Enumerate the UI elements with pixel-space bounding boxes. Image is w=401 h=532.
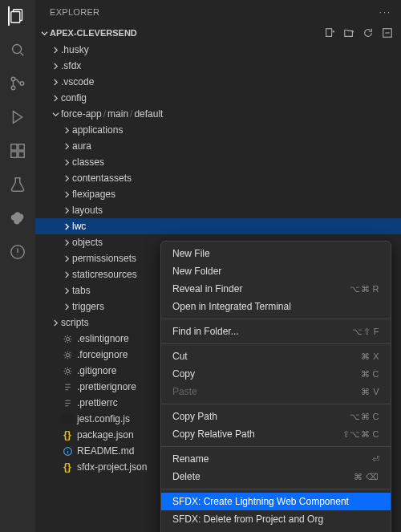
menu-item[interactable]: SFDX: Delete from Project and Org <box>161 510 391 528</box>
debug-run-icon[interactable] <box>8 108 27 127</box>
refresh-icon[interactable] <box>363 27 374 39</box>
menu-shortcut: ⌘ ⌫ <box>354 472 379 482</box>
svg-point-14 <box>66 353 69 356</box>
chevron-right-icon <box>50 79 61 86</box>
folder-row[interactable]: .vscode <box>35 74 401 90</box>
folder-row[interactable]: applications <box>35 122 401 138</box>
menu-item[interactable]: Find in Folder...⌥⇧ F <box>161 323 391 340</box>
menu-shortcut: ⏎ <box>372 454 380 465</box>
menu-item-label: Reveal in Finder <box>172 283 242 294</box>
folder-label: scripts <box>61 317 89 328</box>
menu-item[interactable]: New File <box>161 245 391 262</box>
svg-rect-7 <box>18 144 24 150</box>
folder-label: aura <box>72 140 91 152</box>
menu-shortcut: ⌥⌘ C <box>350 412 379 422</box>
menu-separator <box>161 404 391 404</box>
folder-label: flexipages <box>72 189 115 200</box>
menu-item-label: Rename <box>172 453 209 465</box>
chevron-right-icon <box>61 191 72 198</box>
folder-row[interactable]: lwc <box>35 218 401 234</box>
menu-item-label: New Folder <box>172 266 221 277</box>
file-label: .prettierignore <box>77 381 136 392</box>
svg-rect-11 <box>326 29 332 37</box>
chevron-down-icon <box>50 111 61 118</box>
menu-item[interactable]: Reveal in Finder⌥⌘ R <box>161 280 391 298</box>
folder-row[interactable]: .husky <box>35 42 401 58</box>
breadcrumb-segment[interactable]: force-app <box>61 108 102 120</box>
breadcrumb-row[interactable]: force-app/main/default <box>35 106 401 122</box>
braces-icon: {} <box>61 429 74 441</box>
folder-label: classes <box>72 156 104 168</box>
chevron-right-icon <box>50 63 61 70</box>
more-icon[interactable]: ··· <box>379 7 391 17</box>
breadcrumb-segment[interactable]: default <box>134 108 163 120</box>
svg-point-3 <box>11 77 15 81</box>
files-icon[interactable] <box>8 6 27 26</box>
gear-icon <box>61 366 74 376</box>
folder-row[interactable]: flexipages <box>35 186 401 202</box>
gear-icon <box>61 334 74 344</box>
menu-item[interactable]: Copy Path⌥⌘ C <box>161 408 391 425</box>
search-icon[interactable] <box>8 40 27 59</box>
menu-item-label: Copy <box>172 368 195 380</box>
folder-row[interactable]: .sfdx <box>35 58 401 74</box>
menu-item[interactable]: New Folder <box>161 262 391 280</box>
project-actions <box>324 27 393 39</box>
menu-item-label: Open in Integrated Terminal <box>172 301 291 312</box>
error-history-icon[interactable] <box>8 242 27 262</box>
svg-point-5 <box>20 82 24 86</box>
salesforce-icon[interactable] <box>8 209 27 228</box>
breadcrumb: force-app/main/default <box>61 106 163 122</box>
folder-row[interactable]: aura <box>35 138 401 154</box>
menu-item[interactable]: Cut⌘ X <box>161 347 391 365</box>
menu-item-label: Paste <box>172 386 197 397</box>
extensions-icon[interactable] <box>8 141 27 160</box>
folder-label: applications <box>72 124 123 136</box>
menu-item[interactable]: Rename⏎ <box>161 450 391 468</box>
text-icon <box>61 382 74 392</box>
breadcrumb-segment[interactable]: main <box>107 108 128 120</box>
new-folder-icon[interactable] <box>343 27 354 39</box>
menu-item-label: Copy Path <box>172 411 217 422</box>
menu-item[interactable]: SFDX: Create Lightning Web Component <box>161 493 391 510</box>
menu-item[interactable]: Copy⌘ C <box>161 365 391 383</box>
folder-label: triggers <box>72 301 104 312</box>
svg-point-13 <box>66 337 69 340</box>
menu-item[interactable]: Copy Relative Path⇧⌥⌘ C <box>161 425 391 443</box>
collapse-icon[interactable] <box>382 27 393 39</box>
testing-icon[interactable] <box>8 175 27 194</box>
svg-rect-8 <box>11 152 17 157</box>
folder-row[interactable]: config <box>35 90 401 106</box>
chevron-right-icon <box>50 319 61 327</box>
menu-item-label: Find in Folder... <box>172 326 239 337</box>
folder-row[interactable]: classes <box>35 154 401 170</box>
menu-item[interactable]: SFDX: Deploy Source to Org <box>161 528 391 532</box>
menu-item[interactable]: Delete⌘ ⌫ <box>161 468 391 485</box>
gear-icon <box>61 350 74 360</box>
chevron-right-icon <box>61 239 72 246</box>
project-header[interactable]: APEX-CLEVERSEND <box>35 24 401 42</box>
folder-row[interactable]: contentassets <box>35 170 401 186</box>
file-label: .forceignore <box>77 349 128 360</box>
activity-bar <box>0 0 35 532</box>
scm-icon[interactable] <box>8 74 27 93</box>
folder-label: tabs <box>72 285 91 296</box>
folder-label: staticresources <box>72 269 137 280</box>
menu-shortcut: ⌘ V <box>361 387 379 397</box>
file-label: .eslintignore <box>77 333 129 344</box>
new-file-icon[interactable] <box>324 27 335 39</box>
text-icon <box>61 398 74 408</box>
menu-item-label: SFDX: Create Lightning Web Component <box>172 496 349 507</box>
folder-row[interactable]: layouts <box>35 202 401 218</box>
chevron-right-icon <box>61 287 72 294</box>
menu-shortcut: ⇧⌥⌘ C <box>342 429 380 440</box>
folder-label: objects <box>72 237 103 248</box>
menu-separator <box>161 343 391 344</box>
menu-item-label: New File <box>172 248 210 259</box>
menu-item[interactable]: Open in Integrated Terminal <box>161 298 391 315</box>
file-label: .prettierrc <box>77 397 118 408</box>
chevron-right-icon <box>61 127 72 134</box>
breadcrumb-separator: / <box>103 108 106 120</box>
folder-label: config <box>61 92 87 104</box>
project-name: APEX-CLEVERSEND <box>50 28 137 38</box>
